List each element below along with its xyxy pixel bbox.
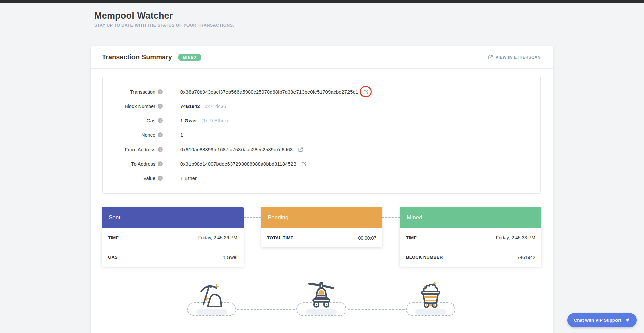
detail-label-row: Value i <box>103 171 168 185</box>
stage-card-mined: Mined TIME Friday, 2:45:33 PM BLOCK NUMB… <box>400 207 541 267</box>
detail-value-row: 7461942 0x71dc36 <box>180 99 540 113</box>
transaction-summary-card: Transaction Summary MINED VIEW IN ETHERS… <box>91 46 553 333</box>
ether-value: 1 Ether <box>180 176 197 181</box>
detail-label: Transaction <box>130 89 155 95</box>
paper-plane-icon <box>624 317 630 323</box>
stage-row-value: 00:00:07 <box>358 235 377 241</box>
detail-label-row: Block Number i <box>103 99 168 113</box>
transaction-details-panel: Transaction i Block Number i Gas i Nonce… <box>102 76 541 194</box>
stage-row-value: Friday, 2:45:33 PM <box>496 235 535 240</box>
info-icon[interactable]: i <box>158 104 163 109</box>
block-number-hex: 0x71dc36 <box>205 104 226 109</box>
stage-row: TIME Friday, 2:45:33 PM <box>400 228 541 247</box>
stage-row-label: TIME <box>108 235 119 240</box>
detail-label: Nonce <box>141 132 155 138</box>
info-icon[interactable]: i <box>158 176 163 181</box>
transaction-external-link[interactable] <box>363 89 369 95</box>
info-icon[interactable]: i <box>158 147 163 152</box>
block-number-value: 7461942 <box>180 104 200 109</box>
stage-connector <box>244 217 261 218</box>
stage-row-value: Friday, 2:45:26 PM <box>198 235 237 240</box>
stage-connector <box>382 217 400 218</box>
details-labels-column: Transaction i Block Number i Gas i Nonce… <box>103 76 168 193</box>
illustration-connector <box>237 309 295 310</box>
page-subtitle: STAY UP TO DATE WITH THE STATUS OF YOUR … <box>94 23 234 28</box>
stage-row-value: 1 Gwei <box>223 255 237 260</box>
stage-row-label: GAS <box>108 255 118 260</box>
stage-row-label: TOTAL TIME <box>267 235 294 240</box>
info-icon[interactable]: i <box>158 118 163 123</box>
transaction-hash: 0x38a70b943eacf37eb566a5980c25078d68fb7d… <box>180 89 358 95</box>
external-link-icon <box>298 147 303 152</box>
stage-row: TIME Friday, 2:45:26 PM <box>102 228 244 247</box>
stage-header-mined: Mined <box>400 207 541 228</box>
to-address-external-link[interactable] <box>301 161 307 167</box>
card-header: Transaction Summary MINED VIEW IN ETHERS… <box>91 46 553 69</box>
stage-row: TOTAL TIME 00:00:07 <box>261 228 382 247</box>
detail-label: To Address <box>131 161 155 167</box>
mine-cart-icon <box>416 280 445 309</box>
external-link-icon <box>363 89 369 95</box>
detail-value-row: 1 Ether <box>180 171 540 185</box>
stage-row: GAS 1 Gwei <box>102 247 244 267</box>
status-badge: MINED <box>178 54 201 61</box>
stage-row: BLOCK NUMBER 7461942 <box>400 247 541 267</box>
external-link-icon <box>301 161 307 167</box>
view-in-etherscan-link[interactable]: VIEW IN ETHERSCAN <box>488 55 541 60</box>
detail-label-row: Gas i <box>103 113 168 128</box>
pickaxe-icon <box>197 280 226 309</box>
stage-header-pending: Pending <box>261 207 382 228</box>
chat-button-label: Chat with VIP Support <box>574 318 622 323</box>
page-title: Mempool Watcher <box>94 11 234 21</box>
stage-card-sent: Sent TIME Friday, 2:45:26 PM GAS 1 Gwei <box>102 207 244 267</box>
detail-value-row: 0x38a70b943eacf37eb566a5980c25078d68fb7d… <box>180 85 540 99</box>
external-link-icon <box>488 55 493 60</box>
detail-value-row: 0x31b98d14007bdee637298086988a0bbd311845… <box>180 157 540 171</box>
stage-row-label: TIME <box>406 235 417 240</box>
card-title: Transaction Summary <box>102 53 172 61</box>
from-address-external-link[interactable] <box>298 147 304 153</box>
info-icon[interactable]: i <box>158 161 163 166</box>
bell-trolley-icon <box>307 279 336 309</box>
detail-label: Block Number <box>125 104 155 109</box>
detail-value-row: 1 <box>180 128 540 142</box>
info-icon[interactable]: i <box>158 89 163 94</box>
stage-header-sent: Sent <box>102 207 244 228</box>
etherscan-link-label: VIEW IN ETHERSCAN <box>496 55 541 60</box>
detail-label-row: Transaction i <box>103 85 168 99</box>
illustration-connector <box>348 309 405 310</box>
detail-label: Gas <box>146 118 155 123</box>
top-bar <box>0 0 644 3</box>
gas-ether-equivalent: (1e-9 Ether) <box>201 118 228 123</box>
stage-illustrations <box>102 279 541 333</box>
stage-row-value: 7461942 <box>517 255 535 260</box>
nonce-value: 1 <box>180 132 183 138</box>
detail-label: Value <box>143 176 155 181</box>
detail-label-row: From Address i <box>103 142 168 157</box>
page-header: Mempool Watcher STAY UP TO DATE WITH THE… <box>94 11 234 28</box>
detail-value-row: 0x610ae88399fc1687fa7530aac28ec2539c7d6d… <box>180 142 540 157</box>
detail-label-row: Nonce i <box>103 128 168 142</box>
detail-label: From Address <box>125 147 155 152</box>
detail-label-row: To Address i <box>103 157 168 171</box>
to-address: 0x31b98d14007bdee637298086988a0bbd311845… <box>180 161 296 167</box>
stage-row-label: BLOCK NUMBER <box>406 255 443 260</box>
timeline-stages: Sent TIME Friday, 2:45:26 PM GAS 1 Gwei … <box>102 207 541 267</box>
details-values-column: 0x38a70b943eacf37eb566a5980c25078d68fb7d… <box>168 76 540 193</box>
from-address: 0x610ae88399fc1687fa7530aac28ec2539c7d6d… <box>180 147 293 152</box>
gas-value: 1 Gwei <box>180 118 197 123</box>
stage-card-pending: Pending TOTAL TIME 00:00:07 <box>261 207 382 247</box>
chat-support-button[interactable]: Chat with VIP Support <box>567 313 637 327</box>
detail-value-row: 1 Gwei (1e-9 Ether) <box>180 113 540 128</box>
info-icon[interactable]: i <box>158 132 163 137</box>
